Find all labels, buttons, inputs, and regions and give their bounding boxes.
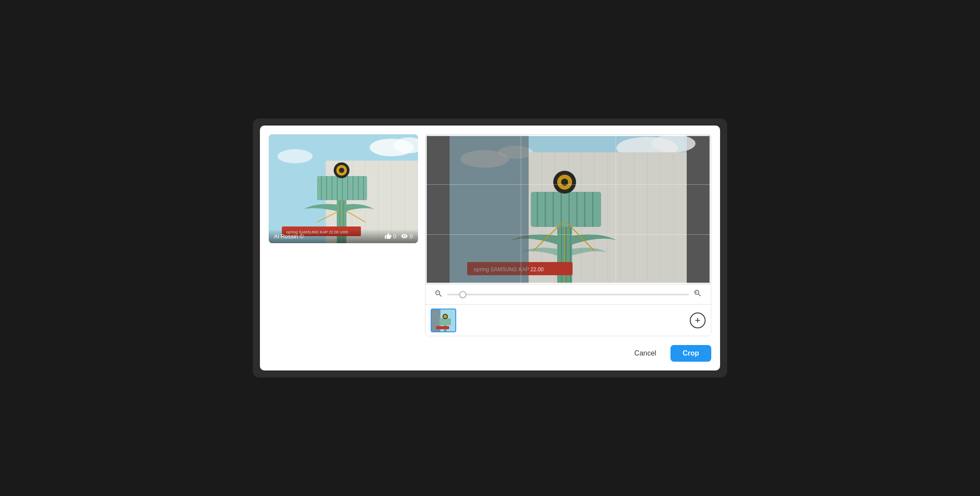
filmstrip-images [431,309,456,332]
svg-point-3 [277,149,313,163]
filmstrip-thumb-svg [432,309,456,332]
likes-count: 0 [393,233,396,240]
preview-scene-svg: ортing SAMSUNG KAP 22.00 UHD [269,134,418,243]
svg-rect-75 [440,318,451,325]
zoom-in-icon[interactable] [693,289,702,300]
preview-overlay: Al Rossin © 0 [269,229,418,243]
zoom-slider[interactable] [447,294,689,295]
views-count: 0 [410,233,413,240]
likes-stat: 0 [385,233,396,240]
crop-panel: ортing SAMSUNG KAP 22.00 [425,134,711,336]
views-stat: 0 [401,233,413,240]
zoom-bar [425,284,711,304]
svg-point-77 [443,315,447,318]
filmstrip: + [425,304,711,336]
preview-image-container: ортing SAMSUNG KAP 22.00 UHD Al Rossin ©… [269,134,418,243]
preview-author: Al Rossin © [274,233,304,240]
preview-stats: 0 0 [385,233,413,240]
eye-icon [401,233,408,240]
outer-panel: ортing SAMSUNG KAP 22.00 UHD Al Rossin ©… [253,119,727,377]
svg-point-27 [339,168,344,173]
modal-dialog: ортing SAMSUNG KAP 22.00 UHD Al Rossin ©… [260,126,720,370]
preview-panel: ортing SAMSUNG KAP 22.00 UHD Al Rossin ©… [269,134,418,243]
svg-rect-72 [450,135,687,284]
crop-button[interactable]: Crop [670,345,711,362]
filmstrip-thumb-1[interactable] [431,309,456,332]
thumbs-up-icon [385,233,392,240]
modal-footer: Cancel Crop [269,336,711,362]
add-image-button[interactable]: + [690,313,706,328]
crop-canvas-area[interactable]: ортing SAMSUNG KAP 22.00 [425,135,711,284]
crop-scene-svg: ортing SAMSUNG KAP 22.00 [425,135,711,284]
svg-rect-79 [436,326,449,329]
zoom-out-icon[interactable] [434,289,443,299]
cancel-button[interactable]: Cancel [627,346,663,361]
modal-body: ортing SAMSUNG KAP 22.00 UHD Al Rossin ©… [269,134,711,336]
